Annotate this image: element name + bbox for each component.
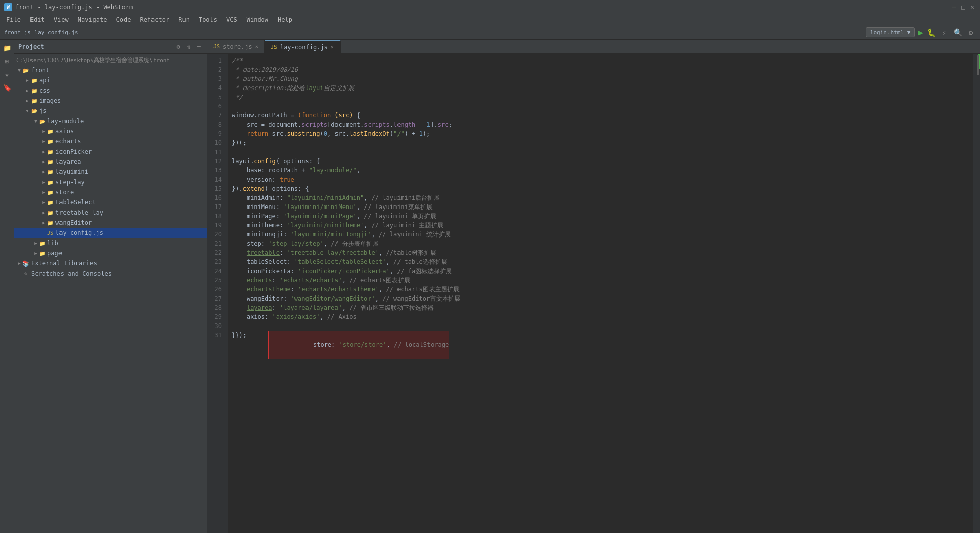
tree-item-js[interactable]: ▼ 📂 js — [14, 106, 207, 116]
left-strip: 📁 ⊞ ★ 🔖 — [0, 40, 14, 533]
arrow-icon: ▼ — [24, 108, 30, 114]
menu-bar: File Edit View Navigate Code Refactor Ru… — [0, 14, 980, 25]
tree-item-echarts[interactable]: ▶ 📁 echarts — [14, 136, 207, 146]
tree-item-treetable[interactable]: ▶ 📁 treetable-lay — [14, 208, 207, 218]
code-line-15: }).extend( options: { — [232, 184, 973, 193]
tab-lay-config-js[interactable]: JS lay-config.js ✕ — [265, 40, 341, 53]
tree-item-lay-module[interactable]: ▼ 📂 lay-module — [14, 116, 207, 126]
tab-label: lay-config.js — [280, 44, 328, 51]
menu-window[interactable]: Window — [242, 15, 272, 24]
menu-refactor[interactable]: Refactor — [136, 15, 173, 24]
maximize-icon[interactable]: □ — [960, 4, 967, 11]
tree-item-page[interactable]: ▶ 📁 page — [14, 248, 207, 258]
menu-edit[interactable]: Edit — [26, 15, 49, 24]
file-tree: C:\Users\13057\Desktop\高校学生宿舍管理系统\front … — [14, 54, 207, 533]
code-line-17: miniMenu: 'layuimini/miniMenu', // layui… — [232, 202, 973, 212]
tree-item-tableselect[interactable]: ▶ 📁 tableSelect — [14, 197, 207, 208]
menu-code[interactable]: Code — [112, 15, 135, 24]
js-file-icon: JS — [47, 229, 54, 236]
menu-view[interactable]: View — [50, 15, 73, 24]
code-line-16: miniAdmin: "layuimini/miniAdmin", // lay… — [232, 193, 973, 202]
run-config-selector[interactable]: login.html ▼ — [866, 27, 915, 37]
code-line-14: version: true — [232, 175, 973, 184]
menu-help[interactable]: Help — [273, 15, 296, 24]
tree-item-layuimini[interactable]: ▶ 📁 layuimini — [14, 167, 207, 177]
tree-item-lay-config[interactable]: JS lay-config.js — [14, 228, 207, 238]
hide-icon[interactable]: ─ — [195, 43, 203, 51]
arrow-icon: ▼ — [16, 67, 22, 73]
tree-item-external-libs[interactable]: ▶ 📚 External Libraries — [14, 258, 207, 269]
expand-icon[interactable]: ⇅ — [185, 43, 193, 51]
code-content[interactable]: /** * date:2019/08/16 * author:Mr.Chung … — [228, 54, 973, 533]
debug-button[interactable]: 🐛 — [926, 27, 936, 38]
tab-close-icon[interactable]: ✕ — [255, 44, 258, 49]
app-icon: W — [4, 3, 12, 11]
code-line-1: /** — [232, 56, 973, 65]
tree-item-axios[interactable]: ▶ 📁 axios — [14, 126, 207, 136]
folder-icon: 📁 — [39, 240, 46, 247]
code-line-20: miniTongji: 'layuimini/miniTongji', // l… — [232, 230, 973, 239]
code-line-18: miniPage: 'layuimini/miniPage', // layui… — [232, 212, 973, 221]
close-icon[interactable]: ✕ — [969, 4, 976, 11]
bookmarks-icon[interactable]: 🔖 — [1, 81, 13, 94]
scratches-label: Scratches and Consoles — [31, 270, 112, 277]
tree-item-wangeditor[interactable]: ▶ 📁 wangEditor — [14, 218, 207, 228]
code-line-25: echarts: 'echarts/echarts', // echarts图表… — [232, 276, 973, 285]
tree-item-scratches[interactable]: ✎ Scratches and Consoles — [14, 269, 207, 279]
tree-item-images[interactable]: ▶ 📁 images — [14, 96, 207, 106]
menu-vcs[interactable]: VCS — [222, 15, 241, 24]
menu-navigate[interactable]: Navigate — [74, 15, 111, 24]
menu-file[interactable]: File — [2, 15, 25, 24]
folder-icon: 📁 — [47, 138, 54, 145]
tab-close-icon[interactable]: ✕ — [331, 44, 334, 50]
arrow-icon: ▶ — [41, 138, 47, 144]
code-line-26: echartsTheme: 'echarts/echartsTheme', //… — [232, 285, 973, 294]
tree-item-iconpicker[interactable]: ▶ 📁 iconPicker — [14, 146, 207, 157]
folder-icon: 📂 — [30, 107, 38, 114]
tree-item-step-lay[interactable]: ▶ 📁 step-lay — [14, 177, 207, 187]
scroll-thumb[interactable] — [977, 55, 979, 75]
structure-icon[interactable]: ⊞ — [1, 55, 13, 67]
project-icon[interactable]: 📁 — [1, 42, 13, 54]
folder-icon: 📁 — [47, 199, 54, 206]
menu-tools[interactable]: Tools — [195, 15, 221, 24]
tree-item-layarea[interactable]: ▶ 📁 layarea — [14, 157, 207, 167]
item-label: iconPicker — [55, 148, 92, 155]
tree-root-path: C:\Users\13057\Desktop\高校学生宿舍管理系统\front — [14, 55, 207, 65]
arrow-icon: ▶ — [41, 179, 47, 185]
js-icon: JS — [213, 44, 220, 49]
favorites-icon[interactable]: ★ — [1, 68, 13, 80]
code-line-29: axios: 'axios/axios', // Axios — [232, 312, 973, 321]
tree-item-css[interactable]: ▶ 📁 css — [14, 85, 207, 96]
search-everywhere-button[interactable]: 🔍 — [953, 27, 963, 38]
arrow-icon: ▶ — [41, 189, 47, 195]
folder-icon: 📂 — [22, 67, 29, 74]
menu-run[interactable]: Run — [174, 15, 194, 24]
code-line-31: }}); — [232, 331, 973, 340]
tree-item-lib[interactable]: ▶ 📁 lib — [14, 238, 207, 248]
line-numbers: 12345 678910 1112131415 1617181920 21222… — [207, 54, 228, 533]
arrow-icon: ▶ — [24, 77, 30, 83]
main-toolbar: front js lay-config.js login.html ▼ ▶ 🐛 … — [0, 25, 980, 40]
run-button[interactable]: ▶ — [918, 27, 923, 37]
title-bar-controls[interactable]: ─ □ ✕ — [951, 4, 976, 11]
tree-item-front[interactable]: ▼ 📂 front — [14, 65, 207, 75]
item-label: tableSelect — [55, 199, 96, 206]
item-label: treetable-lay — [55, 209, 103, 216]
gear-icon[interactable]: ⚙ — [174, 43, 182, 51]
tree-item-api[interactable]: ▶ 📁 api — [14, 75, 207, 85]
scratches-icon: ✎ — [22, 270, 29, 277]
folder-icon: 📁 — [47, 219, 54, 226]
arrow-icon: ▶ — [33, 250, 39, 256]
item-label: External Libraries — [31, 260, 97, 267]
coverage-button[interactable]: ⚡ — [939, 27, 950, 38]
panel-icons: ⚙ ⇅ ─ — [174, 43, 203, 51]
js-icon: JS — [271, 44, 277, 50]
tree-item-store[interactable]: ▶ 📁 store — [14, 187, 207, 197]
panel-title: Project — [18, 43, 44, 50]
settings-button[interactable]: ⚙ — [966, 27, 976, 38]
minimize-icon[interactable]: ─ — [951, 4, 958, 11]
scrollbar-gutter[interactable] — [973, 54, 980, 533]
tab-store-js[interactable]: JS store.js ✕ — [207, 40, 265, 53]
folder-icon: 📁 — [30, 77, 38, 84]
